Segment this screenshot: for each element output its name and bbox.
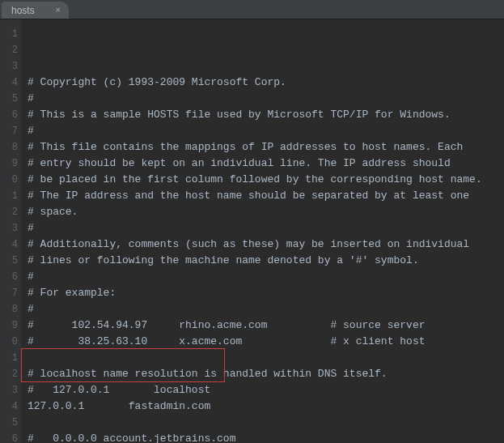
line-number: 2: [0, 366, 18, 382]
code-line: # This file contains the mappings of IP …: [28, 139, 504, 155]
code-line: # space.: [28, 204, 504, 220]
code-line: # 0.0.0.0 account.jetbrains.com: [28, 431, 504, 443]
editor[interactable]: 12345678901234567890123456 # Copyright (…: [0, 19, 504, 443]
line-number: 3: [0, 220, 18, 236]
line-number: 5: [0, 91, 18, 107]
line-number: 3: [0, 58, 18, 75]
line-number: 6: [0, 107, 18, 123]
code-line: # The IP address and the host name shoul…: [28, 188, 504, 204]
line-number: 6: [0, 431, 18, 443]
code-line: #: [28, 123, 504, 139]
line-number: 1: [0, 350, 18, 366]
code-line: # Additionally, comments (such as these)…: [28, 236, 504, 253]
code-line: # 38.25.63.10 x.acme.com # x client host: [28, 334, 504, 350]
code-line: [28, 415, 504, 431]
code-line: # be placed in the first column followed…: [28, 172, 504, 188]
line-number: 0: [0, 334, 18, 350]
line-number: 2: [0, 42, 18, 58]
code-line: # entry should be kept on an individual …: [28, 155, 504, 172]
line-number: 9: [0, 317, 18, 334]
line-number: 8: [0, 139, 18, 155]
line-number: 5: [0, 253, 18, 269]
line-number: 3: [0, 382, 18, 398]
line-number: 4: [0, 398, 18, 415]
code-line: #: [28, 269, 504, 285]
tab-title: hosts: [11, 5, 35, 16]
line-number: 1: [0, 26, 18, 42]
code-line: # For example:: [28, 285, 504, 301]
line-number: 7: [0, 123, 18, 139]
line-number: 6: [0, 269, 18, 285]
line-number-gutter: 12345678901234567890123456: [0, 19, 21, 443]
close-icon[interactable]: ×: [56, 6, 61, 15]
line-number: 7: [0, 285, 18, 301]
tab-hosts[interactable]: hosts ×: [2, 2, 69, 19]
code-line: # lines or following the machine name de…: [28, 253, 504, 269]
line-number: 0: [0, 172, 18, 188]
line-number: 5: [0, 415, 18, 431]
code-line: # This is a sample HOSTS file used by Mi…: [28, 107, 504, 123]
line-number: 1: [0, 188, 18, 204]
code-line: #: [28, 220, 504, 236]
line-number: 8: [0, 301, 18, 317]
code-line: # 102.54.94.97 rhino.acme.com # source s…: [28, 317, 504, 334]
code-line: #: [28, 91, 504, 107]
code-line: # localhost name resolution is handled w…: [28, 366, 504, 382]
code-line: 127.0.0.1 fastadmin.com: [28, 398, 504, 415]
code-line: # 127.0.0.1 localhost: [28, 382, 504, 398]
code-line: #: [28, 301, 504, 317]
tab-bar: hosts ×: [0, 0, 504, 19]
code-line: [28, 350, 504, 366]
line-number: 4: [0, 75, 18, 91]
line-number: 9: [0, 155, 18, 172]
code-area[interactable]: # Copyright (c) 1993-2009 Microsoft Corp…: [21, 19, 504, 443]
code-line: # Copyright (c) 1993-2009 Microsoft Corp…: [28, 75, 504, 91]
line-number: 2: [0, 204, 18, 220]
line-number: 4: [0, 236, 18, 253]
